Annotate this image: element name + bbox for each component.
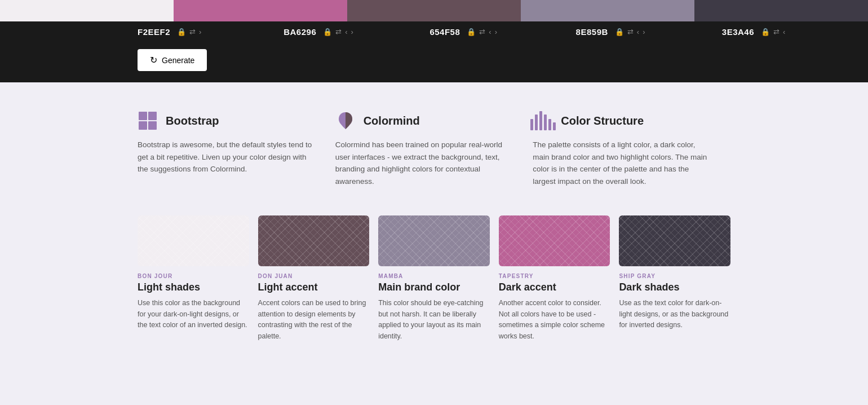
chevron-right-icon[interactable]: › xyxy=(351,28,353,36)
lock-icon[interactable]: 🔒 xyxy=(615,28,624,36)
lock-icon[interactable]: 🔒 xyxy=(323,28,332,36)
feature-colorstructure: Color Structure The palette consists of … xyxy=(533,111,730,187)
swatch-3e3a46 xyxy=(694,0,868,21)
swatch-ba6296 xyxy=(174,0,347,21)
palette-icons-8e: 🔒 ⇄ ‹ › xyxy=(615,28,645,36)
feature-bootstrap-header: Bootstrap xyxy=(138,111,313,131)
palette-item-f2: F2EEF2 🔒 ⇄ › xyxy=(0,21,284,42)
card-title-mamba: Main brand color xyxy=(378,281,490,293)
card-mamba: MAMBA Main brand color This color should… xyxy=(378,215,490,342)
hex-ba6296: BA6296 xyxy=(284,27,316,37)
refresh-icon: ↻ xyxy=(150,55,157,65)
color-swatches xyxy=(0,0,868,21)
card-tapestry: TAPESTRY Dark accent Another accent colo… xyxy=(499,215,610,342)
bootstrap-icon xyxy=(138,111,158,131)
feature-bootstrap: Bootstrap Bootstrap is awesome, but the … xyxy=(138,111,335,187)
sliders-icon[interactable]: ⇄ xyxy=(335,28,342,36)
card-don-juan: DON JUAN Light accent Accent colors can … xyxy=(258,215,370,342)
card-desc-tapestry: Another accent color to consider. Not al… xyxy=(499,298,610,342)
card-title-ship-gray: Dark shades xyxy=(619,281,730,293)
sliders-icon[interactable]: ⇄ xyxy=(189,28,196,36)
swatch-f2eef2 xyxy=(0,0,174,21)
main-content: Bootstrap Bootstrap is awesome, but the … xyxy=(0,82,868,376)
colorstructure-desc: The palette consists of a light color, a… xyxy=(533,139,708,187)
hex-8e859b: 8E859B xyxy=(576,27,608,37)
lock-icon[interactable]: 🔒 xyxy=(467,28,476,36)
bootstrap-title: Bootstrap xyxy=(166,115,219,127)
hex-654f58: 654F58 xyxy=(429,27,460,37)
palette-icons-65: 🔒 ⇄ ‹ › xyxy=(467,28,497,36)
chevron-right-icon[interactable]: › xyxy=(643,28,645,36)
cards-row: BON JOUR Light shades Use this color as … xyxy=(138,215,730,342)
card-bon-jour: BON JOUR Light shades Use this color as … xyxy=(138,215,249,342)
chevron-right-icon[interactable]: › xyxy=(495,28,497,36)
palette-item-3e: 3E3A46 🔒 ⇄ ‹ xyxy=(722,21,868,42)
card-ship-gray: SHIP GRAY Dark shades Use as the text co… xyxy=(619,215,730,342)
palette-icons-f2: 🔒 ⇄ › xyxy=(177,28,201,36)
sliders-icon[interactable]: ⇄ xyxy=(773,28,780,36)
card-desc-don-juan: Accent colors can be used to bring atten… xyxy=(258,298,370,342)
palette-icons-ba: 🔒 ⇄ ‹ › xyxy=(323,28,353,36)
hex-3e3a46: 3E3A46 xyxy=(722,27,754,37)
chevron-left-icon[interactable]: ‹ xyxy=(345,28,347,36)
lock-icon[interactable]: 🔒 xyxy=(761,28,770,36)
feature-colormind-header: Colormind xyxy=(335,111,511,131)
palette-item-65: 654F58 🔒 ⇄ ‹ › xyxy=(429,21,575,42)
generate-button[interactable]: ↻ Generate xyxy=(138,49,207,71)
bootstrap-desc: Bootstrap is awesome, but the default st… xyxy=(138,139,313,175)
swatch-don-juan xyxy=(258,215,370,266)
palette-section: F2EEF2 🔒 ⇄ › BA6296 🔒 ⇄ ‹ › 654F58 🔒 ⇄ ‹… xyxy=(0,0,868,82)
card-subtitle-don-juan: DON JUAN xyxy=(258,273,370,279)
feature-colorstructure-header: Color Structure xyxy=(533,111,708,131)
swatch-bon-jour xyxy=(138,215,249,266)
card-subtitle-ship-gray: SHIP GRAY xyxy=(619,273,730,279)
chevron-left-icon[interactable]: ‹ xyxy=(637,28,639,36)
card-subtitle-bon-jour: BON JOUR xyxy=(138,273,249,279)
card-desc-mamba: This color should be eye-catching but no… xyxy=(378,298,490,342)
features-row: Bootstrap Bootstrap is awesome, but the … xyxy=(138,111,730,187)
lock-icon[interactable]: 🔒 xyxy=(177,28,186,36)
chevron-left-icon[interactable]: ‹ xyxy=(489,28,491,36)
card-subtitle-tapestry: TAPESTRY xyxy=(499,273,610,279)
card-subtitle-mamba: MAMBA xyxy=(378,273,490,279)
hex-f2eef2: F2EEF2 xyxy=(138,27,170,37)
feature-colormind: Colormind Colormind has been trained on … xyxy=(335,111,533,187)
card-desc-bon-jour: Use this color as the background for you… xyxy=(138,298,249,331)
chevron-left-icon[interactable]: ‹ xyxy=(783,28,785,36)
swatch-654f58 xyxy=(347,0,521,21)
card-title-tapestry: Dark accent xyxy=(499,281,610,293)
palette-controls-row: F2EEF2 🔒 ⇄ › BA6296 🔒 ⇄ ‹ › 654F58 🔒 ⇄ ‹… xyxy=(0,21,868,42)
sliders-icon[interactable]: ⇄ xyxy=(479,28,485,36)
palette-icons-3e: 🔒 ⇄ ‹ xyxy=(761,28,785,36)
palette-item-ba: BA6296 🔒 ⇄ ‹ › xyxy=(284,21,429,42)
colormind-icon xyxy=(335,111,356,131)
card-desc-ship-gray: Use as the text color for dark-on-light … xyxy=(619,298,730,331)
card-title-bon-jour: Light shades xyxy=(138,281,249,293)
colorstructure-title: Color Structure xyxy=(561,115,644,127)
sliders-icon[interactable]: ⇄ xyxy=(627,28,634,36)
swatch-ship-gray xyxy=(619,215,730,266)
swatch-8e859b xyxy=(521,0,694,21)
colormind-title: Colormind xyxy=(364,115,420,127)
colorstructure-icon xyxy=(533,111,553,131)
swatch-mamba xyxy=(378,215,490,266)
colormind-desc: Colormind has been trained on popular re… xyxy=(335,139,511,187)
swatch-tapestry xyxy=(499,215,610,266)
palette-item-8e: 8E859B 🔒 ⇄ ‹ › xyxy=(576,21,722,42)
card-title-don-juan: Light accent xyxy=(258,281,370,293)
generate-label: Generate xyxy=(162,56,194,65)
chevron-right-icon[interactable]: › xyxy=(199,28,201,36)
